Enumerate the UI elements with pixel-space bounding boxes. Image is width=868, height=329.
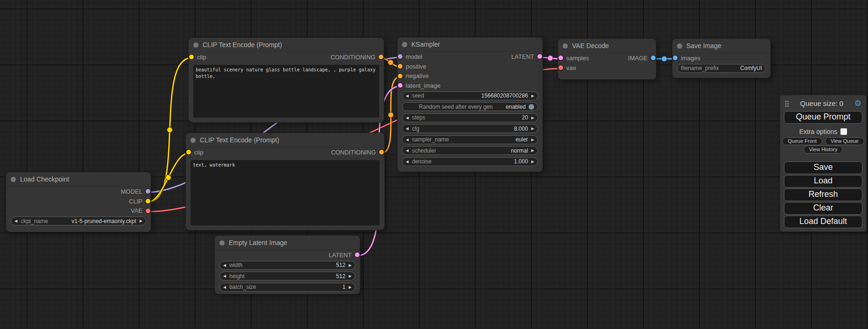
node-title-bar[interactable]: Empty Latent Image bbox=[215, 236, 360, 250]
widget-sampler_name[interactable]: ◀sampler_nameeuler▶ bbox=[402, 135, 538, 144]
widget-denoise[interactable]: ◀denoise1.000▶ bbox=[402, 157, 538, 166]
port-MODEL-output[interactable] bbox=[146, 189, 150, 194]
widget-value: 156680208700286 bbox=[481, 92, 528, 99]
output-slot-label: MODEL bbox=[121, 188, 142, 195]
collapse-dot-icon[interactable] bbox=[219, 240, 225, 245]
decrement-arrow-icon[interactable]: ◀ bbox=[14, 219, 17, 223]
port-positive-input[interactable] bbox=[398, 64, 402, 69]
increment-arrow-icon[interactable]: ▶ bbox=[349, 285, 352, 289]
node-title: VAE Decode bbox=[572, 42, 609, 49]
node-title-bar[interactable]: KSampler bbox=[397, 37, 543, 52]
graph-canvas[interactable]: Load CheckpointMODELCLIPVAE◀ckpt_namev1-… bbox=[0, 0, 868, 329]
queue-panel-header: Queue size: 0 ⚙ bbox=[780, 95, 866, 109]
refresh-button[interactable]: Refresh bbox=[784, 189, 862, 201]
widget-value: 20 bbox=[522, 114, 528, 121]
port-CONDITIONING-output[interactable] bbox=[379, 55, 383, 59]
increment-arrow-icon[interactable]: ▶ bbox=[531, 116, 534, 120]
increment-arrow-icon[interactable]: ▶ bbox=[531, 160, 534, 164]
widget-scheduler[interactable]: ◀schedulernormal▶ bbox=[402, 146, 538, 155]
node-vae_decode[interactable]: VAE DecodesamplesIMAGEvae bbox=[558, 39, 656, 79]
save-button[interactable]: Save bbox=[784, 161, 862, 174]
node-clip_negative[interactable]: CLIP Text Encode (Prompt)clipCONDITIONIN… bbox=[186, 133, 384, 230]
prompt-textarea[interactable]: beautiful scenery nature glass bottle la… bbox=[193, 65, 379, 118]
port-images-input[interactable] bbox=[673, 56, 677, 60]
port-LATENT-output[interactable] bbox=[355, 252, 360, 257]
queue-front-button[interactable]: Queue Front bbox=[782, 137, 822, 145]
port-CONDITIONING-output[interactable] bbox=[379, 150, 384, 154]
decrement-arrow-icon[interactable]: ◀ bbox=[406, 160, 409, 164]
collapse-dot-icon[interactable] bbox=[191, 138, 196, 143]
widget-random-seed-after-every-gen[interactable]: Random seed after every genenabled bbox=[402, 102, 538, 111]
widget-steps[interactable]: ◀steps20▶ bbox=[402, 113, 538, 122]
view-history-button[interactable]: View History bbox=[804, 146, 843, 154]
port-VAE-output[interactable] bbox=[146, 209, 150, 213]
node-load_checkpoint[interactable]: Load CheckpointMODELCLIPVAE◀ckpt_namev1-… bbox=[6, 172, 151, 232]
widget-filename_prefix[interactable]: filename_prefixComfyUI bbox=[677, 64, 766, 73]
increment-arrow-icon[interactable]: ▶ bbox=[531, 138, 534, 142]
extra-options-checkbox[interactable] bbox=[840, 128, 847, 135]
decrement-arrow-icon[interactable]: ◀ bbox=[406, 116, 409, 120]
link-center-dot bbox=[548, 56, 553, 61]
prompt-textarea[interactable]: text, watermark bbox=[191, 160, 380, 225]
port-IMAGE-output[interactable] bbox=[651, 56, 656, 60]
node-title-bar[interactable]: CLIP Text Encode (Prompt) bbox=[186, 133, 384, 147]
collapse-dot-icon[interactable] bbox=[677, 43, 682, 49]
node-title-bar[interactable]: CLIP Text Encode (Prompt) bbox=[189, 38, 384, 52]
node-title-bar[interactable]: Load Checkpoint bbox=[6, 172, 151, 187]
increment-arrow-icon[interactable]: ▶ bbox=[349, 263, 352, 267]
widget-batch_size[interactable]: ◀batch_size1▶ bbox=[219, 283, 355, 292]
increment-arrow-icon[interactable]: ▶ bbox=[140, 219, 142, 223]
port-model-input[interactable] bbox=[398, 54, 402, 59]
load-default-button[interactable]: Load Default bbox=[784, 216, 862, 228]
increment-arrow-icon[interactable]: ▶ bbox=[531, 126, 534, 131]
decrement-arrow-icon[interactable]: ◀ bbox=[223, 285, 226, 289]
view-queue-button[interactable]: View Queue bbox=[825, 137, 864, 145]
input-slot-label: positive bbox=[406, 63, 426, 70]
collapse-dot-icon[interactable] bbox=[402, 42, 407, 47]
queue-prompt-button[interactable]: Queue Prompt bbox=[784, 111, 862, 124]
settings-gear-icon[interactable]: ⚙ bbox=[854, 99, 861, 107]
port-vae-input[interactable] bbox=[558, 65, 563, 70]
decrement-arrow-icon[interactable]: ◀ bbox=[406, 94, 409, 98]
decrement-arrow-icon[interactable]: ◀ bbox=[223, 274, 226, 278]
clear-button[interactable]: Clear bbox=[784, 202, 862, 215]
widget-cfg[interactable]: ◀cfg8.000▶ bbox=[402, 124, 538, 133]
widget-seed[interactable]: ◀seed156680208700286▶ bbox=[402, 91, 538, 100]
widget-height[interactable]: ◀height512▶ bbox=[219, 272, 355, 280]
widget-value: 512 bbox=[336, 262, 346, 268]
load-button[interactable]: Load bbox=[784, 175, 862, 188]
node-title-bar[interactable]: VAE Decode bbox=[558, 39, 656, 53]
panel-drag-handle-icon[interactable] bbox=[785, 100, 789, 107]
node-clip_positive[interactable]: CLIP Text Encode (Prompt)clipCONDITIONIN… bbox=[189, 38, 384, 122]
slot-row: VAE bbox=[6, 206, 151, 216]
node-empty_latent[interactable]: Empty Latent ImageLATENT◀width512▶◀heigh… bbox=[215, 236, 360, 294]
slot-row: clipCONDITIONING bbox=[186, 147, 384, 157]
port-clip-input[interactable] bbox=[186, 150, 191, 154]
decrement-arrow-icon[interactable]: ◀ bbox=[406, 126, 409, 131]
slot-row: samplesIMAGE bbox=[558, 53, 656, 63]
slot-row: positive bbox=[397, 62, 543, 71]
node-save_image[interactable]: Save Imageimagesfilename_prefixComfyUI bbox=[672, 39, 770, 78]
widget-ckpt_name[interactable]: ◀ckpt_namev1-5-pruned-emaonly.ckpt▶ bbox=[11, 217, 146, 225]
node-ksampler[interactable]: KSamplermodelLATENTpositivenegativelaten… bbox=[397, 37, 543, 172]
port-latent_image-input[interactable] bbox=[398, 83, 402, 88]
collapse-dot-icon[interactable] bbox=[563, 43, 568, 49]
increment-arrow-icon[interactable]: ▶ bbox=[531, 148, 534, 153]
port-samples-input[interactable] bbox=[558, 56, 563, 60]
decrement-arrow-icon[interactable]: ◀ bbox=[223, 263, 226, 267]
port-clip-input[interactable] bbox=[189, 55, 194, 59]
increment-arrow-icon[interactable]: ▶ bbox=[531, 94, 534, 98]
port-LATENT-output[interactable] bbox=[537, 54, 542, 59]
port-CLIP-output[interactable] bbox=[146, 199, 150, 203]
widget-value: 8.000 bbox=[514, 126, 528, 132]
widget-width[interactable]: ◀width512▶ bbox=[219, 261, 355, 270]
collapse-dot-icon[interactable] bbox=[11, 177, 16, 182]
increment-arrow-icon[interactable]: ▶ bbox=[349, 274, 352, 278]
toggle-enabled-icon[interactable] bbox=[529, 104, 534, 110]
decrement-arrow-icon[interactable]: ◀ bbox=[406, 148, 409, 153]
decrement-arrow-icon[interactable]: ◀ bbox=[406, 138, 409, 142]
collapse-dot-icon[interactable] bbox=[193, 42, 198, 48]
slot-row: latent_image bbox=[397, 81, 543, 91]
node-title-bar[interactable]: Save Image bbox=[672, 39, 770, 53]
port-negative-input[interactable] bbox=[398, 74, 402, 78]
